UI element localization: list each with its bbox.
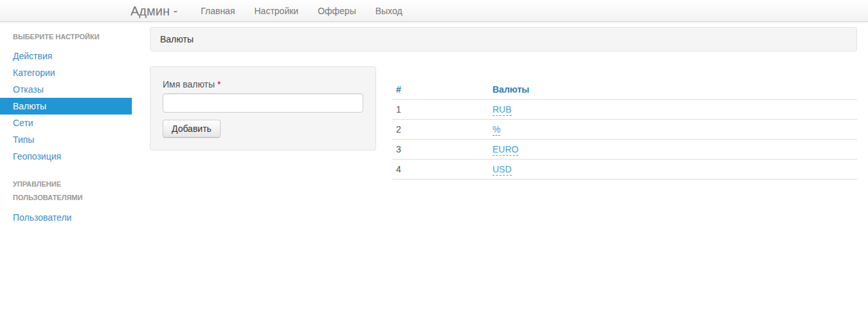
sidebar-item-categories[interactable]: Категории: [0, 64, 132, 81]
sidebar-item-rejections[interactable]: Отказы: [0, 81, 132, 98]
page-title: Валюты: [150, 27, 857, 51]
sidebar-item-types[interactable]: Типы: [0, 131, 132, 148]
currency-value-link[interactable]: %: [493, 124, 500, 136]
top-navbar: Админ - Главная Настройки Офферы Выход: [0, 0, 868, 22]
currency-name-label-text: Имя валюты: [163, 79, 215, 89]
row-number: 2: [392, 120, 489, 140]
row-number: 3: [392, 140, 489, 160]
top-nav-menu: Главная Настройки Офферы Выход: [191, 0, 411, 22]
table-row: 3 EURO: [392, 140, 857, 160]
nav-item-logout[interactable]: Выход: [366, 0, 412, 22]
add-currency-button[interactable]: Добавить: [163, 120, 221, 138]
currencies-table: # Валюты 1 RUB 2 %: [392, 80, 857, 180]
currency-name-input[interactable]: [163, 93, 363, 113]
sidebar-item-users[interactable]: Пользователи: [0, 209, 132, 226]
table-row: 1 RUB: [392, 100, 857, 120]
sidebar-item-actions[interactable]: Действия: [0, 48, 132, 64]
required-asterisk: *: [217, 79, 221, 89]
sidebar-item-geoposition[interactable]: Геопозиция: [0, 148, 132, 165]
nav-item-settings[interactable]: Настройки: [245, 0, 309, 22]
currency-name-label: Имя валюты *: [163, 79, 221, 89]
sidebar-item-currencies[interactable]: Валюты: [0, 98, 132, 115]
main-content: Валюты Имя валюты * Добавить # Валюты: [132, 22, 868, 180]
table-row: 2 %: [392, 120, 857, 140]
sidebar-item-networks[interactable]: Сети: [0, 115, 132, 131]
row-number: 1: [392, 100, 489, 120]
currency-value-link[interactable]: USD: [493, 164, 512, 176]
currency-value-link[interactable]: EURO: [493, 144, 518, 156]
nav-item-home[interactable]: Главная: [191, 0, 244, 22]
column-header-currencies[interactable]: Валюты: [493, 84, 529, 95]
table-header-row: # Валюты: [392, 80, 857, 100]
sidebar-section-header-user-management: УПРАВЛЕНИЕ ПОЛЬЗОВАТЕЛЯМИ: [0, 174, 132, 208]
nav-item-offers[interactable]: Офферы: [308, 0, 366, 22]
column-header-number[interactable]: #: [396, 84, 401, 95]
currency-value-link[interactable]: RUB: [493, 104, 512, 116]
sidebar-section-header-settings: ВЫБЕРИТЕ НАСТРОЙКИ: [0, 28, 132, 46]
row-number: 4: [392, 160, 489, 180]
table-row: 4 USD: [392, 160, 857, 180]
add-currency-form: Имя валюты * Добавить: [150, 66, 376, 151]
brand-link[interactable]: Админ -: [131, 0, 177, 22]
sidebar: ВЫБЕРИТЕ НАСТРОЙКИ Действия Категории От…: [0, 22, 132, 226]
